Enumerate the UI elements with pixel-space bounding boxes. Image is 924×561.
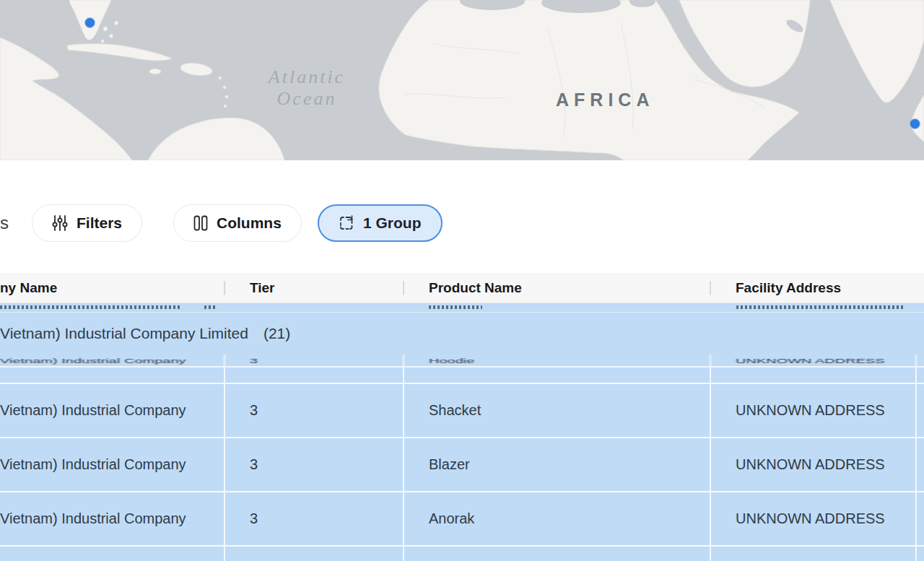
land-hispaniola <box>180 61 213 77</box>
table-header-row: ny Name Tier Product Name Facility Addre… <box>0 273 924 303</box>
continent-label: AFRICA <box>556 90 654 110</box>
cell-tier: 3 <box>225 438 404 491</box>
column-header-tier[interactable]: Tier <box>225 280 404 296</box>
sliders-icon <box>52 215 68 231</box>
table-row-blurred-hoodie[interactable]: Vietnam) Industrial Company 3 Hoodie UNK… <box>0 355 924 368</box>
group-header-row[interactable]: Vietnam) Industrial Company Limited (21) <box>0 313 924 355</box>
app-root: Atlantic Ocean AFRICA s Filters <box>0 0 924 561</box>
cell-address: UNKNOWN ADDRESS <box>711 355 917 368</box>
indian-ocean-marker[interactable] <box>910 119 920 129</box>
ocean-label: Atlantic Ocean <box>238 66 375 110</box>
cell-company: Vietnam) Industrial Company <box>0 384 225 437</box>
cell-tier: 3 <box>225 384 404 437</box>
filters-button-label: Filters <box>77 214 122 232</box>
column-header-product-name[interactable]: Product Name <box>404 280 711 296</box>
land-south-america <box>148 118 284 160</box>
cell-address: UNKNOWN ADDRESS <box>711 384 917 437</box>
blurred-text <box>736 305 904 309</box>
land-cuba <box>67 44 172 61</box>
columns-button-label: Columns <box>217 214 282 232</box>
caribbean-marker[interactable] <box>85 18 95 27</box>
cell-tier: 3 <box>225 355 404 368</box>
world-map <box>0 0 924 160</box>
land-central-america <box>0 38 132 160</box>
columns-button[interactable]: Columns <box>173 204 302 242</box>
group-icon <box>339 215 354 231</box>
table-body: Vietnam) Industrial Company Limited (21)… <box>0 303 924 561</box>
group-button[interactable]: 1 Group <box>318 204 443 242</box>
blurred-text <box>204 305 216 309</box>
cell-product: Shacket <box>404 384 711 437</box>
table-row-partial[interactable] <box>0 547 924 561</box>
column-header-company-name[interactable]: ny Name <box>0 280 225 296</box>
ocean-label-line2: Ocean <box>238 88 375 110</box>
filters-button[interactable]: Filters <box>32 204 142 242</box>
cell-address: UNKNOWN ADDRESS <box>711 492 917 545</box>
group-label: Vietnam) Industrial Company Limited <box>0 325 248 342</box>
blurred-text <box>0 305 180 309</box>
map-region[interactable]: Atlantic Ocean AFRICA <box>0 0 924 160</box>
cell-product: Anorak <box>404 492 711 545</box>
table-row-collapsed <box>0 368 924 384</box>
cell-company: Vietnam) Industrial Company <box>0 492 225 545</box>
table-row[interactable]: Vietnam) Industrial Company 3 Shacket UN… <box>0 384 924 438</box>
column-header-facility-address[interactable]: Facility Address <box>711 280 917 296</box>
cell-product: Blazer <box>404 438 711 491</box>
cell-address: UNKNOWN ADDRESS <box>711 438 917 491</box>
table-row-blurred-top[interactable] <box>0 303 924 313</box>
group-button-label: 1 Group <box>363 214 422 232</box>
clipped-toolbar-label: s <box>0 213 9 233</box>
toolbar: s Filters Columns <box>0 160 924 273</box>
cell-company: Vietnam) Industrial Company <box>0 438 225 491</box>
blurred-text <box>429 305 482 309</box>
cell-tier: 3 <box>225 492 404 545</box>
results-table: ny Name Tier Product Name Facility Addre… <box>0 273 924 561</box>
land-india <box>830 0 924 103</box>
cell-product: Hoodie <box>404 355 711 368</box>
columns-icon <box>193 215 208 231</box>
table-row[interactable]: Vietnam) Industrial Company 3 Blazer UNK… <box>0 438 924 492</box>
cell-company: Vietnam) Industrial Company <box>0 355 225 368</box>
ocean-label-line1: Atlantic <box>238 66 375 88</box>
table-row[interactable]: Vietnam) Industrial Company 3 Anorak UNK… <box>0 492 924 547</box>
group-count: (21) <box>263 325 290 342</box>
